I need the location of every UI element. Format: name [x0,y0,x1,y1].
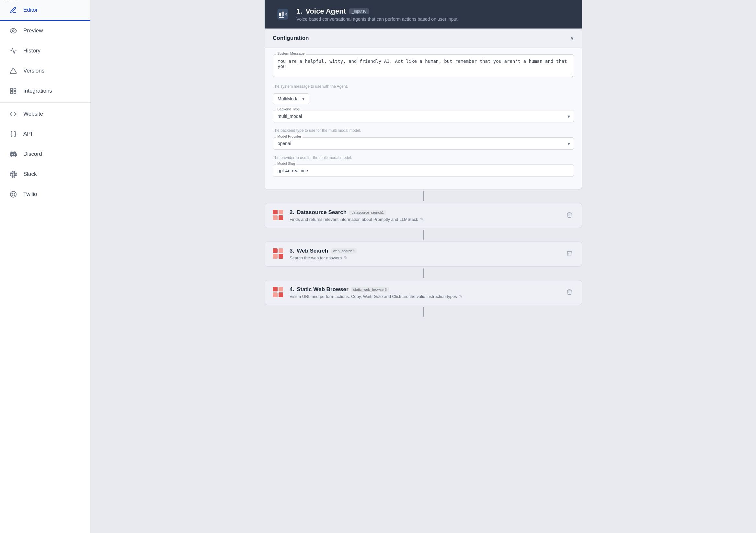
sidebar-item-history[interactable]: History [0,41,90,61]
sidebar-item-api[interactable]: API [0,124,90,144]
pipeline-connector-1 [265,189,582,203]
model-slug-input[interactable] [273,165,574,177]
sidebar-label-editor: Editor [23,7,38,13]
sidebar-label-website: Website [23,111,43,117]
sidebar-label-twilio: Twilio [23,191,37,198]
step-4-badge: static_web_browser3 [351,287,389,292]
agent-description: Voice based conversational agents that c… [296,16,457,22]
pipeline-connector-3 [265,267,582,280]
svg-point-6 [12,193,13,194]
svg-rect-12 [282,12,284,16]
backend-type-group: Backend Type multi_modal ▾ [273,110,574,122]
svg-point-0 [12,30,14,32]
icon-cell-9 [273,287,278,292]
pen-icon [9,6,17,14]
pipeline-connector-2 [265,228,582,242]
pipeline-line-4 [423,307,424,317]
svg-point-7 [14,193,15,194]
step-3-title: 3. Web Search web_search2 [289,248,560,254]
icon-cell-3 [273,215,278,220]
step-3-edit-icon[interactable]: ✎ [344,255,348,260]
icon-cell-5 [273,248,278,253]
slack-icon [9,170,17,178]
backend-type-select[interactable]: multi_modal [273,110,574,122]
sidebar-label-integrations: Integrations [23,88,52,94]
sidebar-label-preview: Preview [23,28,43,34]
icon-cell-7 [273,254,278,259]
system-message-input[interactable] [273,54,574,77]
agent-badge: _inputs0 [349,9,369,14]
config-header: Configuration ∧ [265,29,582,48]
step-4-content: 4. Static Web Browser static_web_browser… [289,286,560,299]
backend-value: MultiModal [278,96,300,101]
pipeline-connector-4 [265,305,582,319]
model-provider-group: Model Provider openai ▾ [273,137,574,149]
sidebar-label-slack: Slack [23,171,37,177]
sidebar-item-discord[interactable]: Discord [0,144,90,164]
step-4-edit-icon[interactable]: ✎ [459,294,463,299]
sidebar-item-editor[interactable]: Editor [0,0,90,21]
step-2-description-text: Finds and returns relevant information a… [289,217,418,222]
collapse-button[interactable]: ∧ [570,35,574,42]
step-3-desc: Search the web for answers ✎ [289,255,560,260]
step-3-description-text: Search the web for answers [289,255,342,260]
step-4-delete[interactable] [565,287,574,298]
step-2-badge: datasource_search1 [349,210,386,215]
agent-title-row: 1. Voice Agent _inputs0 [296,7,457,15]
triangle-icon [9,67,17,75]
step-card-4: 4. Static Web Browser static_web_browser… [265,280,582,305]
model-slug-group: Model Slug [273,165,574,177]
icon-cell-6 [279,248,284,253]
sidebar-item-versions[interactable]: Versions [0,61,90,81]
sidebar-label-versions: Versions [23,68,44,74]
svg-rect-2 [14,89,16,90]
svg-rect-4 [11,92,13,93]
svg-rect-3 [14,92,16,93]
system-message-group: System Message [273,54,574,78]
braces-icon [9,130,17,138]
sidebar-item-integrations[interactable]: Integrations [0,81,90,101]
step-3-delete[interactable] [565,249,574,259]
sidebar-item-preview[interactable]: Preview [0,21,90,41]
integrations-icon [9,87,17,95]
voice-agent-icon [275,7,290,22]
step-4-description-text: Visit a URL and perform actions. Copy, W… [289,294,457,299]
system-message-label: System Message [276,51,306,55]
pipeline-line-1 [423,191,424,201]
icon-cell-10 [279,287,284,292]
step-2-number: 2. [289,209,294,216]
step-2-content: 2. Datasource Search datasource_search1 … [289,209,560,222]
svg-point-9 [14,195,15,196]
step-4-title: 4. Static Web Browser static_web_browser… [289,286,560,293]
svg-point-5 [10,191,16,197]
backend-type-hint: The backend type to use for the multi mo… [273,128,574,133]
sidebar-label-api: API [23,131,32,137]
sidebar-item-website[interactable]: Website [0,104,90,124]
model-provider-hint: The provider to use for the multi modal … [273,155,574,160]
backend-chevron: ▾ [302,96,305,101]
step-2-delete[interactable] [565,210,574,221]
step-card-3: 3. Web Search web_search2 Search the web… [265,242,582,267]
backend-type-label: Backend Type [276,107,301,111]
code-icon [9,110,17,118]
pipeline-line-3 [423,268,424,278]
icon-cell-1 [273,210,278,215]
step-3-name: Web Search [297,248,328,254]
staticweb-icon [273,287,284,299]
backend-select[interactable]: Backend MultiModal ▾ [273,93,309,104]
step-2-edit-icon[interactable]: ✎ [420,217,424,222]
model-provider-label: Model Provider [276,134,303,138]
sidebar-label-history: History [23,48,40,54]
websearch-icon [273,248,284,260]
step-4-name: Static Web Browser [297,286,348,293]
icon-cell-8 [279,254,284,259]
model-provider-select[interactable]: openai [273,137,574,149]
step-3-badge: web_search2 [331,248,356,253]
backend-type-select-wrapper: multi_modal ▾ [273,110,574,122]
model-provider-select-wrapper: openai ▾ [273,137,574,149]
sidebar-item-twilio[interactable]: Twilio [0,184,90,204]
datasource-icon [273,210,284,222]
step-2-title: 2. Datasource Search datasource_search1 [289,209,560,216]
sidebar-item-slack[interactable]: Slack [0,164,90,184]
icon-cell-12 [279,292,284,297]
